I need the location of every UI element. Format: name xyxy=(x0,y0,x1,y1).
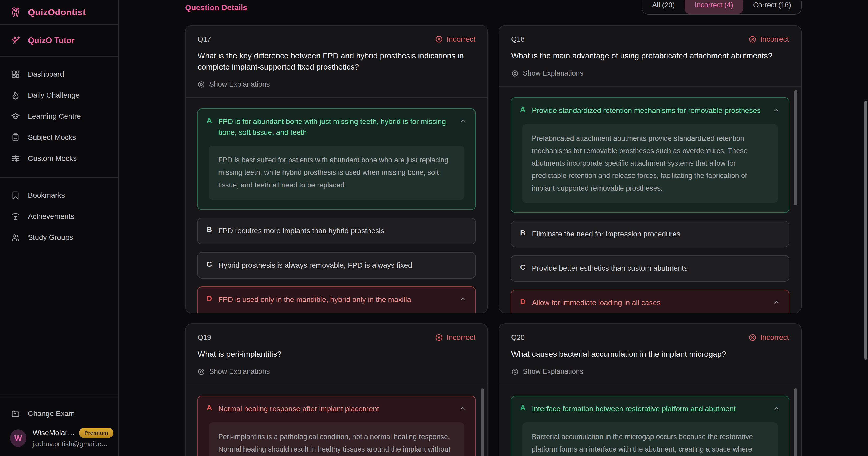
sidebar-item-label: Bookmarks xyxy=(28,191,65,200)
option-explanation: Prefabricated attachment abutments provi… xyxy=(522,124,778,203)
option-explanation: Bacterial accumulation in the microgap o… xyxy=(522,422,778,456)
question-cards: Q17 Incorrect What is the key difference… xyxy=(185,25,802,456)
bookmark-icon xyxy=(11,191,20,200)
option-b[interactable]: B Eliminate the need for impression proc… xyxy=(511,221,789,248)
chevron-up-icon xyxy=(773,106,780,114)
brand-name: QuizOdontist xyxy=(28,7,86,18)
eye-icon xyxy=(198,368,205,376)
status-badge: Incorrect xyxy=(435,333,475,342)
status-badge: Incorrect xyxy=(749,35,789,43)
sidebar-item-label: Learning Centre xyxy=(28,112,81,121)
option-c[interactable]: C Hybrid prosthesis is always removable,… xyxy=(197,252,476,279)
question-card-q18: Q18 Incorrect What is the main advantage… xyxy=(499,25,802,313)
chevron-up-icon xyxy=(773,299,780,306)
sidebar-item-label: Study Groups xyxy=(28,233,73,242)
sidebar-item-learning-centre[interactable]: Learning Centre xyxy=(0,106,118,127)
circle-x-icon xyxy=(435,333,443,341)
circle-x-icon xyxy=(435,35,443,43)
brand-logo[interactable]: QuizOdontist xyxy=(0,0,118,25)
status-badge: Incorrect xyxy=(435,35,475,43)
chevron-up-icon xyxy=(459,405,466,412)
sidebar-item-achievements[interactable]: Achievements xyxy=(0,206,118,227)
circle-x-icon xyxy=(749,35,756,43)
app-screen: QuizOdontist QuizO Tutor D xyxy=(0,0,868,456)
option-c[interactable]: C Provide better esthetics than custom a… xyxy=(511,255,789,282)
question-text: What causes bacterial accumulation in th… xyxy=(511,349,780,360)
dashboard-grid-icon xyxy=(11,70,20,79)
question-text: What is the key difference between FPD a… xyxy=(198,50,466,72)
sidebar-item-quizo-tutor[interactable]: QuizO Tutor xyxy=(0,25,118,57)
chevron-up-icon xyxy=(773,405,780,412)
sidebar-item-label: Subject Mocks xyxy=(28,133,76,142)
option-explanation: FPD is best suited for patients with abu… xyxy=(209,145,464,200)
chevron-up-icon xyxy=(459,118,466,125)
page-scrollbar[interactable] xyxy=(864,101,867,360)
eye-icon xyxy=(511,368,519,376)
sidebar: QuizOdontist QuizO Tutor D xyxy=(0,0,119,456)
options-scrollbar[interactable] xyxy=(794,388,797,456)
options-scrollbar[interactable] xyxy=(794,90,797,205)
circle-x-icon xyxy=(749,333,756,341)
tooth-circuit-icon xyxy=(10,6,22,18)
trophy-icon xyxy=(11,212,20,221)
question-number: Q17 xyxy=(198,35,211,43)
filter-all[interactable]: All (20) xyxy=(642,0,685,14)
sidebar-item-label: Achievements xyxy=(28,212,74,221)
sidebar-item-daily-challenge[interactable]: Daily Challenge xyxy=(0,85,118,106)
sidebar-item-label: Dashboard xyxy=(28,70,64,78)
eye-icon xyxy=(198,81,205,88)
filter-incorrect[interactable]: Incorrect (4) xyxy=(685,0,743,14)
option-explanation: Peri-implantitis is a pathological condi… xyxy=(209,422,464,456)
show-explanations-button[interactable]: Show Explanations xyxy=(198,80,270,89)
sidebar-item-label: Change Exam xyxy=(28,410,74,418)
option-a-selected-wrong[interactable]: A Normal healing response after implant … xyxy=(197,396,476,456)
user-meta: WiseMolar… Premium jadhav.pritish@gmail.… xyxy=(33,428,108,448)
option-a-correct[interactable]: A Interface formation between restorativ… xyxy=(511,396,789,456)
question-card-q19: Q19 Incorrect What is peri-implantitis? xyxy=(185,323,488,456)
sidebar-nav-primary: Dashboard Daily Challenge Learning Centr… xyxy=(0,57,118,174)
filter-correct[interactable]: Correct (16) xyxy=(743,0,801,14)
result-filter-group: All (20) Incorrect (4) Correct (16) xyxy=(642,0,802,15)
sliders-icon xyxy=(11,154,20,163)
show-explanations-button[interactable]: Show Explanations xyxy=(511,69,583,77)
question-number: Q18 xyxy=(511,35,525,43)
question-card-q20: Q20 Incorrect What causes bacterial accu… xyxy=(499,323,802,456)
chevron-up-icon xyxy=(459,295,466,303)
main-header: Question Details All (20) Incorrect (4) … xyxy=(185,0,802,25)
sidebar-item-dashboard[interactable]: Dashboard xyxy=(0,64,118,85)
sidebar-item-label: QuizO Tutor xyxy=(28,36,74,45)
sidebar-item-label: Daily Challenge xyxy=(28,91,80,100)
sidebar-item-change-exam[interactable]: Change Exam xyxy=(0,403,118,424)
eye-icon xyxy=(511,70,519,77)
option-b[interactable]: B FPD requires more implants than hybrid… xyxy=(197,218,476,244)
sidebar-item-label: Custom Mocks xyxy=(28,154,77,163)
sidebar-item-study-groups[interactable]: Study Groups xyxy=(0,227,118,248)
avatar: W xyxy=(10,429,26,447)
question-text: What is the main advantage of using pref… xyxy=(511,50,780,61)
sidebar-item-custom-mocks[interactable]: Custom Mocks xyxy=(0,148,118,169)
folder-icon xyxy=(11,409,20,418)
main-content: Question Details All (20) Incorrect (4) … xyxy=(119,0,868,456)
sidebar-item-bookmarks[interactable]: Bookmarks xyxy=(0,185,118,206)
option-a-correct[interactable]: A FPD is for abundant bone with just mis… xyxy=(197,108,476,210)
show-explanations-button[interactable]: Show Explanations xyxy=(511,367,583,376)
user-account[interactable]: W WiseMolar… Premium jadhav.pritish@gmai… xyxy=(0,424,118,448)
clipboard-list-icon xyxy=(11,133,20,142)
option-d-selected-wrong[interactable]: D Allow for immediate loading in all cas… xyxy=(511,290,789,313)
option-a-correct[interactable]: A Provide standardized retention mechani… xyxy=(511,97,789,213)
question-card-q17: Q17 Incorrect What is the key difference… xyxy=(185,25,488,313)
question-text: What is peri-implantitis? xyxy=(198,349,466,360)
sidebar-item-subject-mocks[interactable]: Subject Mocks xyxy=(0,127,118,148)
premium-badge: Premium xyxy=(79,428,113,438)
flame-icon xyxy=(11,91,20,100)
sparkles-icon xyxy=(10,35,21,46)
question-number: Q19 xyxy=(198,333,211,342)
user-email: jadhav.pritish@gmail.c… xyxy=(33,440,108,448)
show-explanations-button[interactable]: Show Explanations xyxy=(198,367,270,376)
user-name: WiseMolar… xyxy=(33,429,75,437)
options-scrollbar[interactable] xyxy=(480,388,484,456)
sidebar-nav-secondary: Bookmarks Achievements S xyxy=(0,178,118,253)
status-badge: Incorrect xyxy=(749,333,789,342)
sidebar-footer: Change Exam W WiseMolar… Premium jadhav.… xyxy=(0,396,118,456)
option-d-selected-wrong[interactable]: D FPD is used only in the mandible, hybr… xyxy=(197,287,476,313)
